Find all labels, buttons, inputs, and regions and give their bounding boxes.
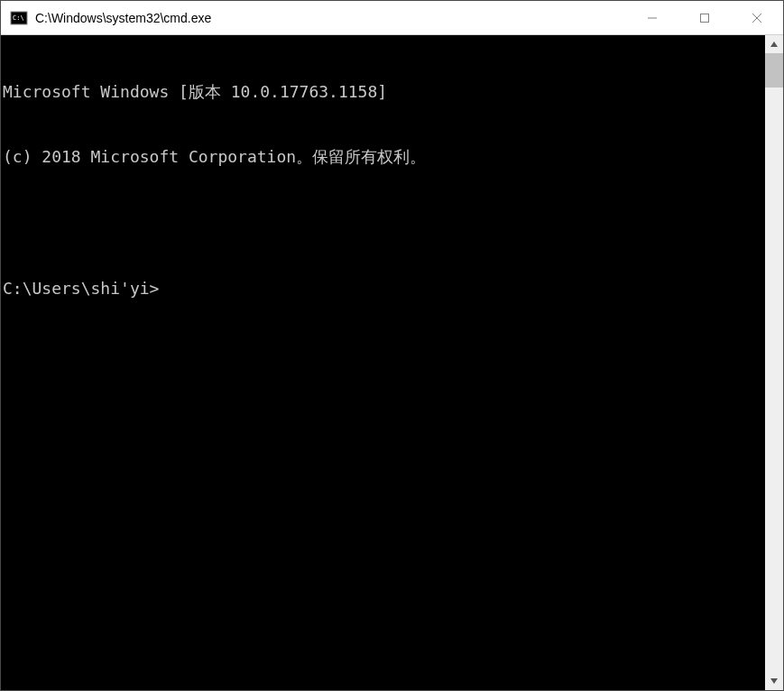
terminal-prompt: C:\Users\shi'yi> — [3, 278, 763, 299]
svg-rect-3 — [701, 14, 709, 22]
close-button[interactable] — [731, 1, 783, 34]
terminal-output[interactable]: Microsoft Windows [版本 10.0.17763.1158] (… — [1, 35, 765, 690]
terminal-line: (c) 2018 Microsoft Corporation。保留所有权利。 — [3, 146, 763, 168]
cmd-window: C:\ C:\Windows\system32\cmd.exe Microsof… — [0, 0, 784, 691]
scrollbar-track[interactable] — [765, 53, 783, 672]
window-controls — [626, 1, 783, 34]
terminal-blank-line — [3, 212, 763, 234]
client-area: Microsoft Windows [版本 10.0.17763.1158] (… — [1, 35, 783, 690]
scrollbar-thumb[interactable] — [765, 53, 783, 88]
terminal-line: Microsoft Windows [版本 10.0.17763.1158] — [3, 81, 763, 103]
scroll-down-arrow-icon[interactable] — [765, 672, 783, 690]
scroll-up-arrow-icon[interactable] — [765, 35, 783, 53]
titlebar[interactable]: C:\ C:\Windows\system32\cmd.exe — [1, 1, 783, 35]
svg-marker-7 — [770, 678, 778, 684]
svg-text:C:\: C:\ — [13, 14, 24, 22]
minimize-button[interactable] — [626, 1, 678, 34]
window-title: C:\Windows\system32\cmd.exe — [35, 11, 626, 25]
maximize-button[interactable] — [678, 1, 731, 34]
vertical-scrollbar[interactable] — [765, 35, 783, 690]
cmd-icon: C:\ — [10, 9, 28, 27]
svg-marker-6 — [770, 41, 778, 47]
